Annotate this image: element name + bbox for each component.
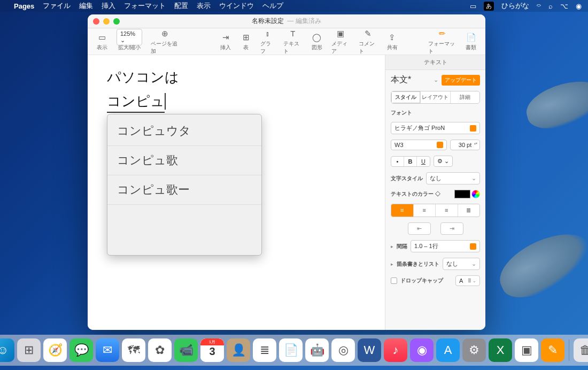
window-zoom[interactable] — [113, 18, 120, 25]
outdent-button[interactable]: ⇤ — [408, 222, 431, 235]
tb-table[interactable]: ⊞表 — [236, 32, 256, 51]
tab-more[interactable]: 詳細 — [451, 91, 479, 103]
tab-layout[interactable]: レイアウト — [421, 91, 450, 103]
align-right-icon[interactable]: ≡ — [436, 204, 458, 217]
dock-preferences[interactable]: ⚙ — [462, 338, 486, 362]
tb-view[interactable]: ▭表示 — [92, 32, 112, 51]
indent-button[interactable]: ⇥ — [440, 222, 463, 235]
text-line-2-composing: コンピュ — [107, 92, 165, 113]
tb-add-page[interactable]: ⊕ページを追加 — [146, 28, 183, 55]
menu-window[interactable]: ウインドウ — [219, 1, 254, 11]
bullets-label: 箇条書きとリスト — [397, 260, 439, 268]
align-center-icon[interactable]: ≡ — [414, 204, 436, 217]
font-label: フォント — [391, 109, 480, 117]
tb-share[interactable]: ⇪共有 — [382, 32, 403, 51]
dock-maps[interactable]: 🗺 — [122, 338, 145, 362]
tab-style[interactable]: スタイル — [391, 91, 421, 103]
dock-facetime[interactable]: 📹 — [174, 338, 198, 362]
dock-screenshot[interactable]: ▣ — [515, 338, 538, 362]
tb-zoom[interactable]: 125% ⌄拡大/縮小 — [112, 32, 146, 51]
siri-icon[interactable]: ◉ — [576, 2, 582, 10]
dock-launchpad[interactable]: ⊞ — [17, 338, 41, 362]
inspector-tabs[interactable]: スタイル レイアウト 詳細 — [391, 91, 480, 104]
spotlight-icon[interactable]: ⌕ — [548, 2, 553, 10]
control-center-icon[interactable]: ⌥ — [560, 2, 568, 10]
text-style-buttons[interactable]: • B U — [391, 156, 430, 167]
underline-button[interactable]: U — [417, 157, 430, 166]
document-canvas[interactable]: パソコンは コンピュ コンピュウタ コンピュ歌 コンピュ歌ー — [88, 55, 385, 330]
spacing-select[interactable]: 1.0 – 1行 — [411, 240, 480, 252]
dropcap-style-select[interactable]: A≣ ⌄ — [455, 275, 480, 286]
dock-trash[interactable]: 🗑 — [574, 338, 588, 362]
tb-format[interactable]: ✏フォーマット — [424, 28, 461, 55]
menu-arrange[interactable]: 配置 — [174, 1, 188, 11]
menu-edit[interactable]: 編集 — [79, 1, 93, 11]
paragraph-style-picker[interactable]: 本文* — [391, 74, 430, 86]
char-style-select[interactable]: なし⌄ — [426, 172, 480, 184]
dock-excel[interactable]: X — [489, 338, 512, 362]
dock-safari[interactable]: 🧭 — [43, 338, 67, 362]
char-style-label: 文字スタイル — [391, 175, 423, 182]
dock-reminders[interactable]: ≣ — [253, 338, 276, 362]
window-minimize[interactable] — [103, 18, 110, 25]
text-color-swatch[interactable] — [454, 190, 470, 198]
dropcap-checkbox[interactable] — [391, 278, 397, 284]
menu-insert[interactable]: 挿入 — [102, 1, 115, 11]
tb-text[interactable]: Tテキスト — [279, 28, 307, 55]
dock-photos[interactable]: ✿ — [148, 338, 172, 362]
disclosure-triangle-icon[interactable]: ▸ — [391, 244, 393, 249]
menu-file[interactable]: ファイル — [43, 1, 71, 11]
ime-candidate-empty — [107, 205, 261, 253]
menu-view[interactable]: 表示 — [197, 1, 211, 11]
font-weight-select[interactable]: W3 — [391, 140, 447, 150]
update-style-button[interactable]: アップデート — [442, 75, 480, 86]
ime-label[interactable]: ひらがな — [501, 1, 529, 11]
tb-media[interactable]: ▣メディア — [327, 28, 355, 55]
bullets-select[interactable]: なし⌄ — [443, 258, 480, 270]
inspector-header: テキスト — [385, 55, 485, 70]
app-menu[interactable]: Pages — [14, 2, 34, 10]
tb-shape[interactable]: ◯図形 — [307, 32, 327, 51]
dropcap-label: ドロップキャップ — [400, 277, 452, 284]
bold-point-button[interactable]: • — [391, 157, 404, 166]
tb-chart[interactable]: ⫾グラフ — [256, 28, 279, 55]
dock-notes[interactable]: 📄 — [279, 338, 303, 362]
font-size-stepper[interactable]: 30 pt▴▾ — [450, 140, 480, 150]
format-inspector: テキスト 本文* ⌄ アップデート スタイル レイアウト 詳細 フォント ヒラギ… — [385, 55, 485, 330]
dock-contacts[interactable]: 👤 — [227, 338, 250, 362]
wifi-icon[interactable]: ⌔ — [537, 2, 541, 10]
dock-messages[interactable]: 💬 — [69, 338, 93, 362]
text-style-more[interactable]: ⚙ ⌄ — [434, 156, 453, 167]
menu-help[interactable]: ヘルプ — [262, 1, 283, 11]
bold-button[interactable]: B — [404, 157, 417, 166]
ime-candidate[interactable]: コンピュ歌 — [107, 146, 261, 175]
dock-calendar[interactable]: 1月3 — [200, 338, 224, 362]
tb-document[interactable]: 📄書類 — [461, 32, 481, 51]
align-left-icon[interactable]: ≡ — [391, 204, 414, 217]
dock-podcasts[interactable]: ◉ — [410, 338, 434, 362]
chevron-down-icon[interactable]: ⌄ — [434, 76, 438, 83]
dock-word[interactable]: W — [358, 338, 381, 362]
dock-chrome[interactable]: ◎ — [331, 338, 355, 362]
dock: ☺⊞🧭💬✉🗺✿📹1月3👤≣📄🤖◎W♪◉A⚙X▣✎🗑 — [0, 335, 588, 366]
dock-pages[interactable]: ✎ — [541, 338, 564, 362]
align-justify-icon[interactable]: ≣ — [458, 204, 480, 217]
tb-comment[interactable]: ✎コメント — [354, 28, 382, 55]
text-align-segmented[interactable]: ≡ ≡ ≡ ≣ — [391, 204, 480, 217]
ime-candidate[interactable]: コンピュ歌ー — [107, 175, 261, 205]
menu-format[interactable]: フォーマット — [124, 1, 166, 11]
color-wheel-icon[interactable] — [471, 190, 480, 198]
dock-finder[interactable]: ☺ — [0, 338, 14, 362]
text-color-label: テキストのカラー ◇ — [391, 190, 440, 198]
dock-mail[interactable]: ✉ — [96, 338, 119, 362]
ime-candidate[interactable]: コンピュウタ — [107, 117, 261, 146]
dock-appstore[interactable]: A — [436, 338, 460, 362]
disclosure-triangle-icon[interactable]: ▸ — [391, 261, 393, 267]
window-close[interactable] — [93, 18, 99, 25]
ime-indicator[interactable]: あ — [484, 2, 494, 11]
tb-insert[interactable]: ⇥挿入 — [215, 32, 236, 51]
battery-icon[interactable]: ▭ — [470, 2, 476, 10]
dock-automator[interactable]: 🤖 — [305, 338, 329, 362]
font-family-select[interactable]: ヒラギノ角ゴ ProN — [391, 122, 480, 134]
dock-music[interactable]: ♪ — [384, 338, 407, 362]
